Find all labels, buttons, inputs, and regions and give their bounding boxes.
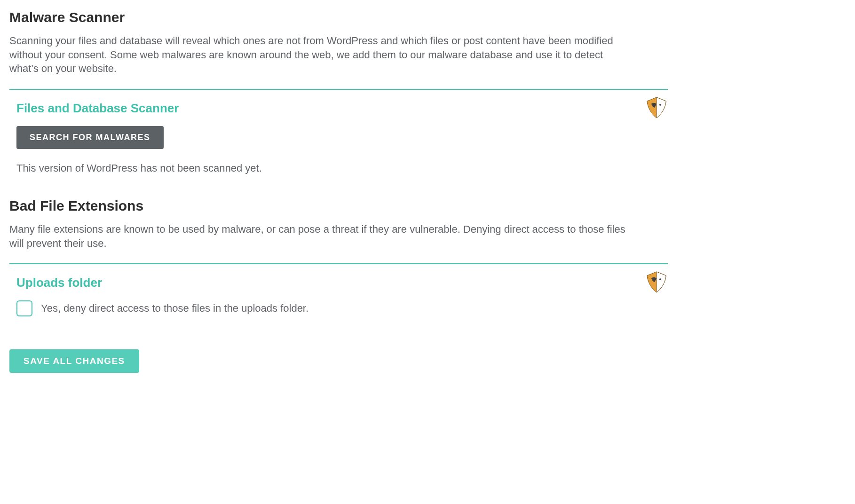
svg-point-0 <box>659 104 661 106</box>
search-malwares-button[interactable]: SEARCH FOR MALWARES <box>16 126 164 149</box>
save-all-changes-button[interactable]: SAVE ALL CHANGES <box>9 349 139 373</box>
malware-scanner-description: Scanning your files and database will re… <box>9 34 625 76</box>
section-divider <box>9 263 668 264</box>
uploads-folder-panel: Uploads folder Yes, deny direct access t… <box>9 276 668 316</box>
shield-icon <box>645 96 668 120</box>
deny-access-option: Yes, deny direct access to those files i… <box>16 300 668 316</box>
bad-file-extensions-description: Many file extensions are known to be use… <box>9 222 625 250</box>
section-divider <box>9 89 668 90</box>
svg-point-1 <box>659 279 661 281</box>
bad-file-extensions-heading: Bad File Extensions <box>9 198 668 214</box>
deny-access-checkbox[interactable] <box>16 300 32 316</box>
files-database-scanner-heading: Files and Database Scanner <box>16 101 668 116</box>
malware-scanner-heading: Malware Scanner <box>9 9 668 25</box>
scan-status-text: This version of WordPress has not been s… <box>16 162 668 174</box>
deny-access-checkbox-label: Yes, deny direct access to those files i… <box>41 302 309 315</box>
files-database-scanner-panel: Files and Database Scanner SEARCH FOR MA… <box>9 101 668 174</box>
shield-icon <box>645 271 668 294</box>
uploads-folder-heading: Uploads folder <box>16 276 668 290</box>
